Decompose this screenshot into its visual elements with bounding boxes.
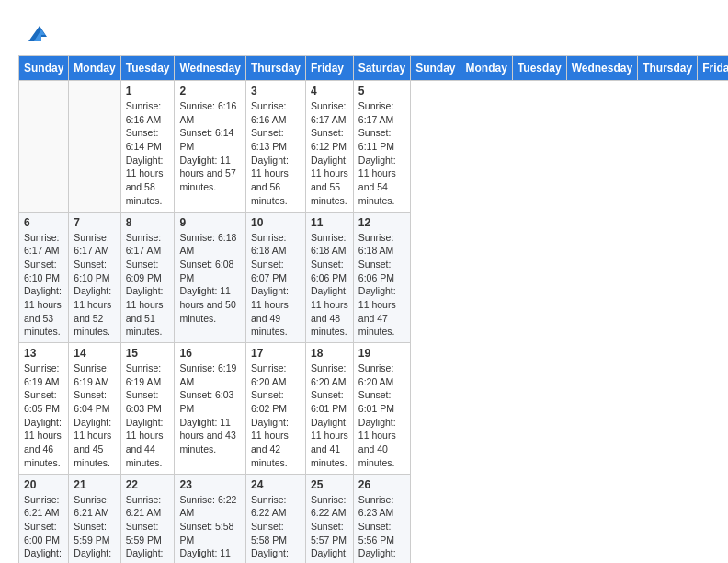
day-header-thursday: Thursday [638, 56, 698, 81]
logo [18, 18, 49, 46]
day-header-sunday: Sunday [19, 56, 69, 81]
calendar-cell [19, 81, 69, 213]
day-info: Sunrise: 6:22 AM Sunset: 5:57 PM Dayligh… [311, 493, 348, 564]
day-number: 10 [251, 216, 301, 229]
calendar-cell: 15Sunrise: 6:19 AM Sunset: 6:03 PM Dayli… [120, 343, 175, 475]
calendar-week-row: 1Sunrise: 6:16 AM Sunset: 6:14 PM Daylig… [19, 81, 729, 213]
day-header-sunday: Sunday [411, 56, 461, 81]
day-info: Sunrise: 6:20 AM Sunset: 6:01 PM Dayligh… [311, 362, 348, 470]
day-header-friday: Friday [698, 56, 728, 81]
day-header-friday: Friday [305, 56, 353, 81]
calendar-cell: 12Sunrise: 6:18 AM Sunset: 6:06 PM Dayli… [353, 212, 410, 343]
calendar-week-row: 20Sunrise: 6:21 AM Sunset: 6:00 PM Dayli… [19, 474, 729, 563]
day-number: 3 [251, 85, 301, 98]
calendar-cell: 25Sunrise: 6:22 AM Sunset: 5:57 PM Dayli… [305, 474, 353, 563]
day-header-tuesday: Tuesday [120, 56, 175, 81]
day-number: 2 [179, 85, 240, 98]
day-number: 26 [358, 478, 405, 491]
day-number: 14 [74, 347, 115, 360]
calendar-cell: 13Sunrise: 6:19 AM Sunset: 6:05 PM Dayli… [19, 343, 69, 475]
day-number: 18 [311, 347, 348, 360]
day-number: 17 [251, 347, 301, 360]
calendar-cell: 24Sunrise: 6:22 AM Sunset: 5:58 PM Dayli… [245, 474, 305, 563]
day-number: 1 [126, 85, 170, 98]
day-number: 4 [311, 85, 348, 98]
day-info: Sunrise: 6:20 AM Sunset: 6:01 PM Dayligh… [358, 362, 405, 470]
day-number: 23 [179, 478, 240, 491]
day-number: 11 [311, 216, 348, 229]
day-number: 20 [24, 478, 63, 491]
calendar-cell: 9Sunrise: 6:18 AM Sunset: 6:08 PM Daylig… [175, 212, 245, 343]
calendar-cell: 18Sunrise: 6:20 AM Sunset: 6:01 PM Dayli… [305, 343, 353, 475]
calendar-cell: 20Sunrise: 6:21 AM Sunset: 6:00 PM Dayli… [19, 474, 69, 563]
day-number: 15 [126, 347, 170, 360]
day-info: Sunrise: 6:18 AM Sunset: 6:06 PM Dayligh… [311, 231, 348, 339]
calendar-cell: 4Sunrise: 6:17 AM Sunset: 6:12 PM Daylig… [305, 81, 353, 213]
day-number: 6 [24, 216, 63, 229]
day-info: Sunrise: 6:19 AM Sunset: 6:04 PM Dayligh… [74, 362, 115, 470]
calendar-cell [69, 81, 120, 213]
day-info: Sunrise: 6:21 AM Sunset: 5:59 PM Dayligh… [126, 493, 170, 564]
day-number: 5 [358, 85, 405, 98]
day-info: Sunrise: 6:17 AM Sunset: 6:11 PM Dayligh… [358, 99, 405, 208]
day-number: 12 [358, 216, 405, 229]
calendar-cell: 11Sunrise: 6:18 AM Sunset: 6:06 PM Dayli… [305, 212, 353, 343]
calendar-cell: 19Sunrise: 6:20 AM Sunset: 6:01 PM Dayli… [353, 343, 410, 475]
day-header-saturday: Saturday [353, 56, 410, 81]
day-header-thursday: Thursday [245, 56, 305, 81]
calendar-cell: 3Sunrise: 6:16 AM Sunset: 6:13 PM Daylig… [245, 81, 305, 213]
calendar-cell: 21Sunrise: 6:21 AM Sunset: 5:59 PM Dayli… [69, 474, 120, 563]
calendar-header-row: SundayMondayTuesdayWednesdayThursdayFrid… [19, 56, 729, 81]
day-number: 22 [126, 478, 170, 491]
day-info: Sunrise: 6:16 AM Sunset: 6:14 PM Dayligh… [179, 99, 240, 194]
day-info: Sunrise: 6:23 AM Sunset: 5:56 PM Dayligh… [358, 493, 405, 564]
calendar-cell: 6Sunrise: 6:17 AM Sunset: 6:10 PM Daylig… [19, 212, 69, 343]
day-info: Sunrise: 6:20 AM Sunset: 6:02 PM Dayligh… [251, 362, 301, 470]
calendar-cell: 5Sunrise: 6:17 AM Sunset: 6:11 PM Daylig… [353, 81, 410, 213]
day-info: Sunrise: 6:18 AM Sunset: 6:06 PM Dayligh… [358, 231, 405, 339]
day-info: Sunrise: 6:17 AM Sunset: 6:10 PM Dayligh… [74, 231, 115, 339]
calendar-cell: 8Sunrise: 6:17 AM Sunset: 6:09 PM Daylig… [120, 212, 175, 343]
day-info: Sunrise: 6:19 AM Sunset: 6:05 PM Dayligh… [24, 362, 63, 470]
day-info: Sunrise: 6:21 AM Sunset: 5:59 PM Dayligh… [74, 493, 115, 564]
day-number: 25 [311, 478, 348, 491]
calendar-cell: 16Sunrise: 6:19 AM Sunset: 6:03 PM Dayli… [175, 343, 245, 475]
logo-icon [21, 18, 49, 46]
day-info: Sunrise: 6:16 AM Sunset: 6:14 PM Dayligh… [126, 99, 170, 208]
day-header-tuesday: Tuesday [512, 56, 566, 81]
day-header-wednesday: Wednesday [566, 56, 637, 81]
calendar-cell: 26Sunrise: 6:23 AM Sunset: 5:56 PM Dayli… [353, 474, 410, 563]
day-number: 8 [126, 216, 170, 229]
day-info: Sunrise: 6:17 AM Sunset: 6:09 PM Dayligh… [126, 231, 170, 339]
day-number: 24 [251, 478, 301, 491]
day-number: 21 [74, 478, 115, 491]
day-number: 13 [24, 347, 63, 360]
day-header-monday: Monday [461, 56, 512, 81]
day-info: Sunrise: 6:19 AM Sunset: 6:03 PM Dayligh… [179, 362, 240, 456]
calendar-cell: 17Sunrise: 6:20 AM Sunset: 6:02 PM Dayli… [245, 343, 305, 475]
day-info: Sunrise: 6:17 AM Sunset: 6:10 PM Dayligh… [24, 231, 63, 339]
day-info: Sunrise: 6:17 AM Sunset: 6:12 PM Dayligh… [311, 99, 348, 208]
day-number: 16 [179, 347, 240, 360]
day-info: Sunrise: 6:18 AM Sunset: 6:07 PM Dayligh… [251, 231, 301, 339]
calendar-cell: 23Sunrise: 6:22 AM Sunset: 5:58 PM Dayli… [175, 474, 245, 563]
calendar-cell: 2Sunrise: 6:16 AM Sunset: 6:14 PM Daylig… [175, 81, 245, 213]
page-header [18, 18, 710, 46]
day-info: Sunrise: 6:16 AM Sunset: 6:13 PM Dayligh… [251, 99, 301, 208]
calendar-cell: 22Sunrise: 6:21 AM Sunset: 5:59 PM Dayli… [120, 474, 175, 563]
calendar-week-row: 13Sunrise: 6:19 AM Sunset: 6:05 PM Dayli… [19, 343, 729, 475]
calendar-cell: 7Sunrise: 6:17 AM Sunset: 6:10 PM Daylig… [69, 212, 120, 343]
day-number: 9 [179, 216, 240, 229]
day-info: Sunrise: 6:21 AM Sunset: 6:00 PM Dayligh… [24, 493, 63, 564]
day-header-wednesday: Wednesday [175, 56, 245, 81]
day-info: Sunrise: 6:18 AM Sunset: 6:08 PM Dayligh… [179, 231, 240, 326]
day-number: 19 [358, 347, 405, 360]
day-info: Sunrise: 6:19 AM Sunset: 6:03 PM Dayligh… [126, 362, 170, 470]
calendar-table: SundayMondayTuesdayWednesdayThursdayFrid… [18, 55, 728, 563]
calendar-cell: 10Sunrise: 6:18 AM Sunset: 6:07 PM Dayli… [245, 212, 305, 343]
day-info: Sunrise: 6:22 AM Sunset: 5:58 PM Dayligh… [251, 493, 301, 564]
calendar-week-row: 6Sunrise: 6:17 AM Sunset: 6:10 PM Daylig… [19, 212, 729, 343]
day-info: Sunrise: 6:22 AM Sunset: 5:58 PM Dayligh… [179, 493, 240, 564]
day-number: 7 [74, 216, 115, 229]
calendar-cell: 1Sunrise: 6:16 AM Sunset: 6:14 PM Daylig… [120, 81, 175, 213]
